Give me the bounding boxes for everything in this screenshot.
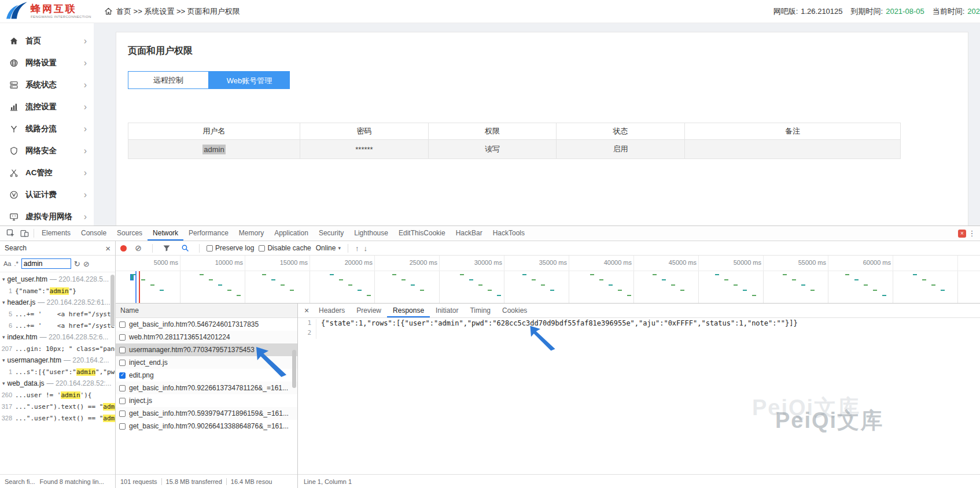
inspect-icon[interactable] [3,229,17,238]
devtools-tab-editthiscookie[interactable]: EditThisCookie [393,226,451,241]
refresh-icon[interactable]: ↻ [74,260,80,268]
name-column-header[interactable]: Name [116,304,297,318]
request-row[interactable]: get_basic_info.htm?0.9026641338864876&_=… [116,420,297,432]
request-checkbox[interactable] [119,334,126,341]
home-icon [9,36,20,46]
request-row[interactable]: get_basic_info.htm?0.5467246017317835 [116,318,297,331]
request-tick [339,279,343,280]
devtools-menu-icon[interactable]: ⋮ [966,229,978,238]
search-result-file[interactable]: ▾header.js— 220.164.228.52:61... [0,297,115,308]
devtools-tab-console[interactable]: Console [76,226,112,241]
sidebar-item-ac-control[interactable]: AC管控› [0,162,94,184]
chart-icon [9,102,20,112]
search-match-line[interactable]: 5...+= ' <a href="/syste... [0,308,115,320]
search-input[interactable] [21,258,71,269]
sidebar-item-label: 认证计费 [25,190,57,200]
domcontentloaded-marker [135,271,137,303]
devtools-tab-security[interactable]: Security [314,226,349,241]
request-name: get_basic_info.htm?0.5939794771896159&_=… [129,409,289,417]
throttling-select[interactable]: Online ▾ [316,244,341,252]
devtools-tab-application[interactable]: Application [269,226,314,241]
search-match-line[interactable]: 1{"name":"admin"} [0,285,115,297]
scrollbar[interactable] [292,350,296,388]
response-body[interactable]: 1{"state":1,"rows":[{"user":"admin","pwd… [298,318,980,474]
devtools-tab-sources[interactable]: Sources [112,226,148,241]
sidebar-item-network-security[interactable]: 网络安全› [0,140,94,162]
import-har-icon[interactable]: ↑ [355,244,359,253]
sidebar-item-home[interactable]: 首页› [0,30,94,52]
sidebar-item-label: 线路分流 [25,124,57,134]
preserve-log-checkbox[interactable]: Preserve log [207,244,254,252]
sidebar-item-auth-billing[interactable]: 认证计费› [0,184,94,206]
request-row[interactable]: get_basic_info.htm?0.9226613734781126&_=… [116,382,297,394]
search-icon[interactable] [178,244,192,252]
response-tab-response[interactable]: Response [387,304,430,317]
search-match-line[interactable]: 6...+= ' <a href="/syste... [0,320,115,331]
request-checkbox[interactable] [119,321,126,328]
search-result-file[interactable]: ▾index.htm— 220.164.228.52:6... [0,331,115,343]
scrollbar[interactable] [110,275,115,327]
device-toolbar-icon[interactable] [17,229,31,238]
filter-icon[interactable] [160,244,174,252]
close-icon[interactable]: × [105,243,110,253]
clear-network-log-icon[interactable]: ⊘ [131,243,145,253]
line-number: 2 [298,329,316,339]
request-row[interactable]: inject.js [116,394,297,407]
search-result-file[interactable]: ▾web_data.js— 220.164.228.52:... [0,378,115,389]
response-tab-headers[interactable]: Headers [313,304,351,317]
request-checkbox[interactable] [119,360,126,366]
response-tab-timing[interactable]: Timing [464,304,496,317]
expander-icon: ▾ [2,334,5,340]
devtools-tab-elements[interactable]: Elements [36,226,76,241]
close-icon[interactable]: × [300,306,313,315]
devtools-tab-performance[interactable]: Performance [183,226,234,241]
record-button[interactable] [120,245,127,252]
sidebar-item-system-status[interactable]: 系统状态› [0,74,94,96]
request-checkbox[interactable] [119,347,126,353]
export-har-icon[interactable]: ↓ [363,244,367,253]
devtools-tab-hackbar[interactable]: HackBar [451,226,488,241]
response-tab-initiator[interactable]: Initiator [430,304,464,317]
sidebar-item-line-routing[interactable]: 线路分流› [0,118,94,140]
request-row[interactable]: web.htm?0.28117136514201224 [116,331,297,343]
search-match-line[interactable]: 260...user != 'admin'){ [0,389,115,401]
network-overview[interactable] [116,271,980,304]
devtools-tab-hacktools[interactable]: HackTools [488,226,530,241]
sidebar-item-vpn[interactable]: 虚拟专用网络› [0,206,94,225]
request-checkbox[interactable] [119,411,126,417]
error-badge[interactable]: × [958,230,966,238]
request-checkbox[interactable] [119,423,126,430]
response-tab-preview[interactable]: Preview [351,304,387,317]
logo-icon [5,1,28,23]
request-tick [752,295,756,296]
request-checkbox[interactable] [119,372,126,379]
response-tab-cookies[interactable]: Cookies [496,304,533,317]
request-row[interactable]: get_basic_info.htm?0.5939794771896159&_=… [116,407,297,420]
search-toolbar: Aa .* ↻ ⊘ [0,256,115,272]
request-checkbox[interactable] [119,385,126,391]
sidebar-item-network-settings[interactable]: 网络设置› [0,52,94,74]
devtools-tab-lighthouse[interactable]: Lighthouse [349,226,393,241]
sidebar-item-flow-control[interactable]: 流控设置› [0,96,94,118]
tab-remote-control[interactable]: 远程控制 [128,71,209,89]
table-row[interactable]: admin******读写启用 [128,140,901,159]
match-case-toggle[interactable]: Aa [3,260,11,267]
logo[interactable]: 蜂网互联 FENGWANG INTERCONNECTION [0,1,97,23]
home-icon[interactable] [104,7,113,16]
search-match-line[interactable]: 317...".user").text() == "admin... [0,401,115,412]
search-match-line[interactable]: 1...s":[{"user":"admin","pwd":"... [0,366,115,378]
request-tick [478,284,482,286]
request-checkbox[interactable] [119,398,126,404]
clear-search-icon[interactable]: ⊘ [83,260,90,268]
request-tick [227,290,231,291]
regex-toggle[interactable]: .* [14,260,18,267]
request-tick [801,284,805,286]
devtools-tab-network[interactable]: Network [148,226,183,241]
search-match-line[interactable]: 328...".user").text() == "admin... [0,412,115,424]
search-result-file[interactable]: ▾usermanager.htm— 220.164.2... [0,354,115,366]
disable-cache-checkbox[interactable]: Disable cache [259,244,311,252]
search-match-line[interactable]: 207...gin: 10px; " class="pane... [0,343,115,354]
search-result-file[interactable]: ▾get_user.htm— 220.164.228.5... [0,273,115,285]
devtools-tab-memory[interactable]: Memory [234,226,269,241]
tab-web-account[interactable]: Web账号管理 [209,71,290,89]
